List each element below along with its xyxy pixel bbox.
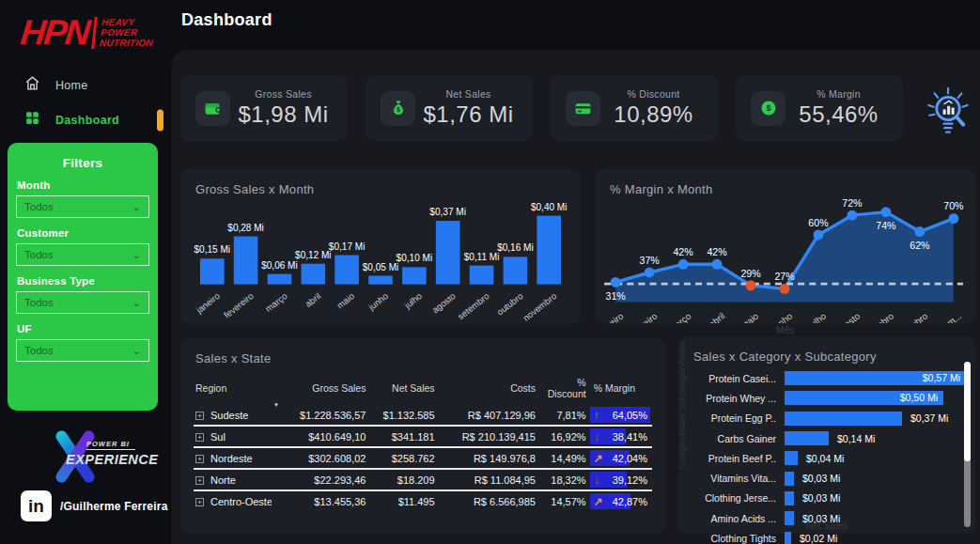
category-row[interactable]: Protein Whey ...$0,50 Mi [688,388,955,408]
bar-novembro[interactable] [537,216,561,285]
scrollbar-thumb[interactable] [964,362,971,461]
chevron-down-icon: ⌄ [132,250,141,260]
dropdown-selected-value: Todos [24,297,54,308]
category-row[interactable]: Protein Casei...$0,57 Mi [688,368,955,388]
kpi-card-gross-sales: Gross Sales$1,98 Mi [180,75,348,141]
point-value-label: 29% [740,268,761,279]
bar-setembro[interactable] [470,266,494,285]
point-value-label: 70% [943,201,964,212]
category-row[interactable]: Clothing Jerse...$0,03 Mi [688,489,955,508]
category-row[interactable]: Protein Egg P..$0,37 Mi [688,409,955,428]
column-header-discount[interactable]: % Discount [537,373,588,405]
gross-sales-month-chart[interactable]: $0,15 Mijaneiro$0,28 Mifevereiro$0,06 Mi… [190,192,571,321]
table-row-nordeste[interactable]: +Nordeste$302.608,02$258.762R$ 149.976,8… [194,447,652,469]
brand-bottom-label: EXPERIENCE [66,452,158,467]
bar-value-label: $0,37 Mi [429,207,466,217]
filters-panel: Filters MonthTodos⌄CustomerTodos⌄Busines… [8,143,158,411]
sidebar: HPN HEAVY POWER NUTRITION HomeDashboard … [0,0,172,544]
data-point-março[interactable] [678,259,689,270]
table-row-centro-oeste[interactable]: +Centro-Oeste$13.455,36$11.495R$ 6.566,9… [194,490,652,511]
data-point-julho[interactable] [814,230,824,241]
data-point-outubro[interactable] [914,226,925,237]
wallet-icon [195,91,230,126]
linkedin-icon[interactable]: in [21,490,52,521]
bar-janeiro[interactable] [200,258,225,284]
point-value-label: 60% [808,217,829,228]
table-row-sul[interactable]: +Sul$410.649,10$341.181R$ 210.139,41516,… [194,426,652,447]
margin-month-chart[interactable]: 31%janeiro37%fevereiro42%março42%abril29… [602,188,968,323]
margin-databar-cell: ↓38,41% [590,429,650,443]
bar-abril[interactable] [302,264,326,285]
bar-maio[interactable] [334,256,359,285]
filter-dropdown-uf[interactable]: Todos⌄ [16,339,149,362]
category-bar[interactable] [785,412,902,426]
category-row[interactable]: Vitamins Vita...$0,03 Mi [688,468,955,488]
category-bar[interactable] [785,431,829,445]
column-header-costs[interactable]: Costs [437,373,537,405]
expand-plus-icon[interactable]: + [195,476,204,485]
gross-cell: $410.649,10 [272,426,367,447]
sidebar-item-home[interactable]: Home [0,68,172,102]
sort-indicator-icon: ▼ [273,402,279,408]
bar-outubro[interactable] [504,256,528,284]
kpi-label: % Margin [786,88,892,100]
point-value-label: 42% [673,246,693,257]
bar-março[interactable] [268,274,292,285]
data-point-setembro[interactable] [880,207,891,217]
x-axis-label: novembro [521,290,558,321]
category-bar[interactable] [785,532,791,544]
trend-down-arrow-icon: ↓ [594,431,599,443]
expand-plus-icon[interactable]: + [195,412,204,420]
bar-fevereiro[interactable] [234,237,258,285]
kpi-text: Gross Sales$1,98 Mi [230,88,336,128]
data-point-novem...[interactable] [948,213,958,224]
filter-dropdown-month[interactable]: Todos⌄ [16,195,149,218]
data-point-janeiro[interactable] [611,277,621,288]
column-header-region[interactable]: Region [194,373,272,405]
kpi-card-margin: $% Margin55,46% [736,75,903,141]
column-header-margin[interactable]: % Margin [588,373,652,405]
bar-julho[interactable] [402,267,427,284]
filter-dropdown-business-type[interactable]: Todos⌄ [16,291,149,314]
column-header-gross-sales[interactable]: Gross Sales▼ [272,373,367,405]
dropdown-selected-value: Todos [24,201,54,212]
credit-card-icon [566,91,600,126]
category-bar[interactable]: $0,57 Mi [785,371,966,385]
dropdown-selected-value: Todos [24,345,54,356]
filter-label-customer: Customer [17,227,149,239]
category-bar[interactable] [785,491,794,505]
x-axis-label: junho [770,311,794,323]
discount-cell: 18,32% [537,469,588,490]
data-point-maio[interactable] [746,280,756,290]
scrollbar-track[interactable] [964,362,971,527]
filter-dropdown-customer[interactable]: Todos⌄ [16,243,149,266]
insights-bulb-magnifier-icon[interactable] [923,85,973,140]
svg-text:$: $ [397,106,400,114]
bar-value-label: $0,10 Mi [397,253,433,263]
data-point-abril[interactable] [712,259,723,270]
table-row-norte[interactable]: +Norte$22.293,46$18.209R$ 11.084,9518,32… [194,469,652,490]
data-point-agosto[interactable] [847,210,857,221]
category-bar[interactable] [785,451,798,465]
table-row-sudeste[interactable]: +Sudeste$1.228.536,57$1.132.585R$ 407.12… [194,405,652,426]
expand-plus-icon[interactable]: + [195,498,204,506]
category-bar[interactable] [785,472,794,486]
data-point-junho[interactable] [780,284,790,294]
column-header-net-sales[interactable]: Net Sales [367,373,436,405]
point-value-label: 62% [910,240,930,251]
category-row[interactable]: Carbs Gainer$0,14 Mi [688,428,955,448]
bar-agosto[interactable] [436,221,460,285]
margin-databar-cell: ↗42,04% [590,451,650,465]
data-point-fevereiro[interactable] [645,268,655,278]
expand-plus-icon[interactable]: + [195,433,204,442]
brand-top-label: POWER BI [86,440,135,450]
expand-plus-icon[interactable]: + [195,455,204,463]
category-row[interactable]: Protein Beef P..$0,04 Mi [688,448,955,468]
linkedin-row: in /Guilherme Ferreira [21,490,168,521]
bar-value-label: $0,37 Mi [910,412,948,424]
category-bar[interactable]: $0,50 Mi [785,391,943,405]
sidebar-item-dashboard[interactable]: Dashboard [0,102,172,137]
kpi-label: % Discount [600,88,707,100]
bar-value-label: $0,03 Mi [802,492,840,504]
bar-junho[interactable] [368,276,393,285]
